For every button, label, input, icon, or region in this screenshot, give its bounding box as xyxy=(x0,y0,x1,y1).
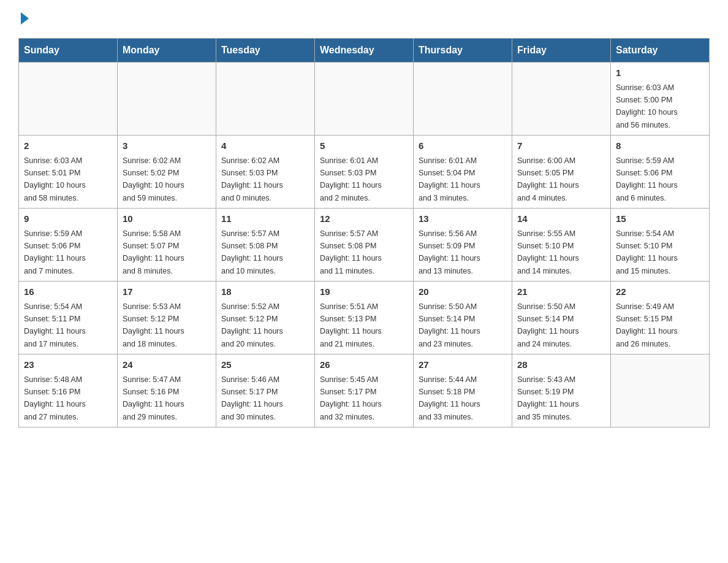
calendar-cell: 6Sunrise: 6:01 AM Sunset: 5:04 PM Daylig… xyxy=(414,136,512,209)
day-of-week-header: Saturday xyxy=(611,39,710,63)
calendar-cell xyxy=(315,63,414,136)
calendar-week-row: 9Sunrise: 5:59 AM Sunset: 5:06 PM Daylig… xyxy=(19,209,710,282)
calendar-cell: 26Sunrise: 5:45 AM Sunset: 5:17 PM Dayli… xyxy=(315,354,414,427)
calendar-cell: 13Sunrise: 5:56 AM Sunset: 5:09 PM Dayli… xyxy=(414,209,512,282)
calendar-cell: 7Sunrise: 6:00 AM Sunset: 5:05 PM Daylig… xyxy=(512,136,611,209)
day-of-week-header: Thursday xyxy=(414,39,512,63)
day-number: 11 xyxy=(221,212,309,226)
day-number: 19 xyxy=(320,285,408,299)
day-number: 5 xyxy=(320,139,408,153)
day-info: Sunrise: 5:43 AM Sunset: 5:19 PM Dayligh… xyxy=(517,375,579,421)
day-info: Sunrise: 5:48 AM Sunset: 5:16 PM Dayligh… xyxy=(24,375,86,421)
day-number: 23 xyxy=(24,358,112,372)
logo xyxy=(18,12,29,26)
calendar-cell: 15Sunrise: 5:54 AM Sunset: 5:10 PM Dayli… xyxy=(611,209,710,282)
calendar-cell: 22Sunrise: 5:49 AM Sunset: 5:15 PM Dayli… xyxy=(611,282,710,354)
calendar-cell: 20Sunrise: 5:50 AM Sunset: 5:14 PM Dayli… xyxy=(414,282,512,354)
day-number: 18 xyxy=(221,285,309,299)
day-info: Sunrise: 6:02 AM Sunset: 5:02 PM Dayligh… xyxy=(123,156,184,202)
calendar-cell xyxy=(512,63,611,136)
day-info: Sunrise: 5:54 AM Sunset: 5:10 PM Dayligh… xyxy=(616,229,678,275)
day-info: Sunrise: 5:57 AM Sunset: 5:08 PM Dayligh… xyxy=(320,229,382,275)
day-info: Sunrise: 6:01 AM Sunset: 5:03 PM Dayligh… xyxy=(320,156,382,202)
day-number: 26 xyxy=(320,358,408,372)
day-of-week-header: Friday xyxy=(512,39,611,63)
day-number: 16 xyxy=(24,285,112,299)
day-info: Sunrise: 5:54 AM Sunset: 5:11 PM Dayligh… xyxy=(24,302,86,348)
logo-triangle-icon xyxy=(21,12,29,25)
calendar-cell xyxy=(216,63,315,136)
day-info: Sunrise: 6:02 AM Sunset: 5:03 PM Dayligh… xyxy=(221,156,283,202)
day-number: 6 xyxy=(419,139,507,153)
day-number: 4 xyxy=(221,139,309,153)
calendar-cell: 18Sunrise: 5:52 AM Sunset: 5:12 PM Dayli… xyxy=(216,282,315,354)
calendar-week-row: 1Sunrise: 6:03 AM Sunset: 5:00 PM Daylig… xyxy=(19,63,710,136)
calendar-cell: 24Sunrise: 5:47 AM Sunset: 5:16 PM Dayli… xyxy=(118,354,216,427)
day-number: 27 xyxy=(419,358,507,372)
page-header xyxy=(18,12,710,26)
day-number: 20 xyxy=(419,285,507,299)
calendar-cell xyxy=(118,63,216,136)
day-info: Sunrise: 5:55 AM Sunset: 5:10 PM Dayligh… xyxy=(517,229,579,275)
day-info: Sunrise: 5:58 AM Sunset: 5:07 PM Dayligh… xyxy=(123,229,184,275)
day-number: 8 xyxy=(616,139,704,153)
calendar-cell: 9Sunrise: 5:59 AM Sunset: 5:06 PM Daylig… xyxy=(19,209,118,282)
day-info: Sunrise: 5:45 AM Sunset: 5:17 PM Dayligh… xyxy=(320,375,382,421)
calendar-cell: 11Sunrise: 5:57 AM Sunset: 5:08 PM Dayli… xyxy=(216,209,315,282)
day-number: 13 xyxy=(419,212,507,226)
day-info: Sunrise: 5:51 AM Sunset: 5:13 PM Dayligh… xyxy=(320,302,382,348)
calendar-cell: 21Sunrise: 5:50 AM Sunset: 5:14 PM Dayli… xyxy=(512,282,611,354)
day-info: Sunrise: 5:59 AM Sunset: 5:06 PM Dayligh… xyxy=(616,156,678,202)
day-info: Sunrise: 5:47 AM Sunset: 5:16 PM Dayligh… xyxy=(123,375,184,421)
calendar-cell: 10Sunrise: 5:58 AM Sunset: 5:07 PM Dayli… xyxy=(118,209,216,282)
day-number: 15 xyxy=(616,212,704,226)
day-info: Sunrise: 5:52 AM Sunset: 5:12 PM Dayligh… xyxy=(221,302,283,348)
calendar-header-row: SundayMondayTuesdayWednesdayThursdayFrid… xyxy=(19,39,710,63)
day-of-week-header: Monday xyxy=(118,39,216,63)
day-info: Sunrise: 6:03 AM Sunset: 5:00 PM Dayligh… xyxy=(616,83,678,129)
day-number: 17 xyxy=(123,285,211,299)
day-of-week-header: Sunday xyxy=(19,39,118,63)
day-number: 14 xyxy=(517,212,605,226)
day-info: Sunrise: 5:53 AM Sunset: 5:12 PM Dayligh… xyxy=(123,302,184,348)
day-info: Sunrise: 6:03 AM Sunset: 5:01 PM Dayligh… xyxy=(24,156,86,202)
calendar-cell: 4Sunrise: 6:02 AM Sunset: 5:03 PM Daylig… xyxy=(216,136,315,209)
calendar-cell xyxy=(414,63,512,136)
day-number: 9 xyxy=(24,212,112,226)
day-info: Sunrise: 5:49 AM Sunset: 5:15 PM Dayligh… xyxy=(616,302,678,348)
calendar-cell: 12Sunrise: 5:57 AM Sunset: 5:08 PM Dayli… xyxy=(315,209,414,282)
calendar-cell xyxy=(19,63,118,136)
calendar-cell: 1Sunrise: 6:03 AM Sunset: 5:00 PM Daylig… xyxy=(611,63,710,136)
day-number: 7 xyxy=(517,139,605,153)
day-number: 28 xyxy=(517,358,605,372)
day-info: Sunrise: 5:46 AM Sunset: 5:17 PM Dayligh… xyxy=(221,375,283,421)
calendar-cell: 27Sunrise: 5:44 AM Sunset: 5:18 PM Dayli… xyxy=(414,354,512,427)
calendar-cell xyxy=(611,354,710,427)
calendar-cell: 5Sunrise: 6:01 AM Sunset: 5:03 PM Daylig… xyxy=(315,136,414,209)
calendar-cell: 16Sunrise: 5:54 AM Sunset: 5:11 PM Dayli… xyxy=(19,282,118,354)
day-number: 1 xyxy=(616,66,704,80)
calendar-cell: 25Sunrise: 5:46 AM Sunset: 5:17 PM Dayli… xyxy=(216,354,315,427)
day-of-week-header: Tuesday xyxy=(216,39,315,63)
day-number: 10 xyxy=(123,212,211,226)
day-number: 2 xyxy=(24,139,112,153)
calendar-week-row: 16Sunrise: 5:54 AM Sunset: 5:11 PM Dayli… xyxy=(19,282,710,354)
day-number: 25 xyxy=(221,358,309,372)
day-info: Sunrise: 5:44 AM Sunset: 5:18 PM Dayligh… xyxy=(419,375,480,421)
calendar-cell: 23Sunrise: 5:48 AM Sunset: 5:16 PM Dayli… xyxy=(19,354,118,427)
day-number: 24 xyxy=(123,358,211,372)
day-info: Sunrise: 6:00 AM Sunset: 5:05 PM Dayligh… xyxy=(517,156,579,202)
day-number: 22 xyxy=(616,285,704,299)
day-of-week-header: Wednesday xyxy=(315,39,414,63)
day-info: Sunrise: 5:59 AM Sunset: 5:06 PM Dayligh… xyxy=(24,229,86,275)
calendar-cell: 19Sunrise: 5:51 AM Sunset: 5:13 PM Dayli… xyxy=(315,282,414,354)
day-number: 21 xyxy=(517,285,605,299)
day-number: 12 xyxy=(320,212,408,226)
day-info: Sunrise: 6:01 AM Sunset: 5:04 PM Dayligh… xyxy=(419,156,480,202)
day-info: Sunrise: 5:50 AM Sunset: 5:14 PM Dayligh… xyxy=(517,302,579,348)
day-number: 3 xyxy=(123,139,211,153)
calendar-cell: 28Sunrise: 5:43 AM Sunset: 5:19 PM Dayli… xyxy=(512,354,611,427)
day-info: Sunrise: 5:50 AM Sunset: 5:14 PM Dayligh… xyxy=(419,302,480,348)
day-info: Sunrise: 5:56 AM Sunset: 5:09 PM Dayligh… xyxy=(419,229,480,275)
calendar-cell: 14Sunrise: 5:55 AM Sunset: 5:10 PM Dayli… xyxy=(512,209,611,282)
